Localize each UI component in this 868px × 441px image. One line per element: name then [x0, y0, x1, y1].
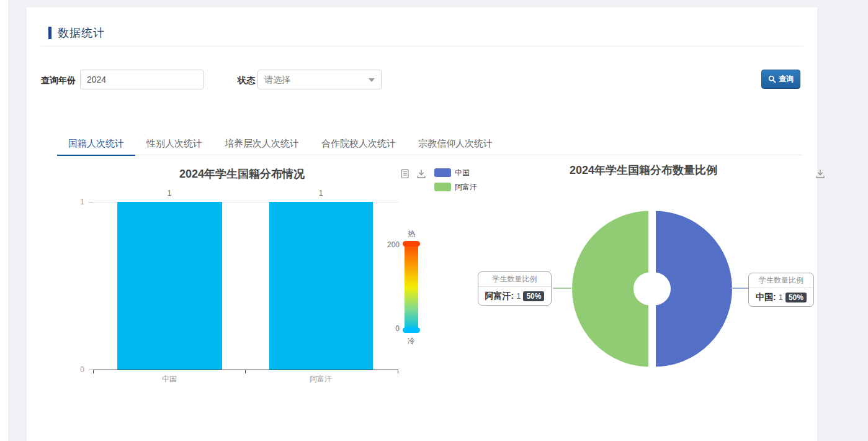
pie-slice-china[interactable] [655, 209, 734, 368]
slice-value: 1 [516, 291, 521, 301]
bar-chart-title: 2024年学生国籍分布情况 [56, 166, 428, 181]
bar-china[interactable] [117, 202, 222, 370]
pie-label-box-afghanistan: 学生数量比例 阿富汗: 1 50% [478, 271, 552, 306]
download-icon[interactable] [416, 168, 427, 180]
y-axis-tick-label: 1 [65, 198, 84, 206]
tab-gender-stats[interactable]: 性别人次统计 [135, 133, 213, 155]
chevron-down-icon [369, 78, 375, 82]
visualmap-cold-handle[interactable] [403, 327, 420, 333]
status-select[interactable]: 请选择 [257, 70, 382, 89]
bar-value-label: 1 [151, 189, 188, 198]
legend-item-afghanistan[interactable]: 阿富汗 [434, 181, 490, 195]
x-axis-label-china: 中国 [145, 374, 194, 384]
label-connector-afghanistan [553, 288, 571, 289]
legend-swatch-afghanistan [434, 183, 451, 191]
visualmap-hot-handle[interactable] [403, 241, 420, 247]
search-button-label: 查询 [779, 74, 794, 84]
series-name-label: 学生数量比例 [478, 272, 551, 287]
legend-label: 阿富汗 [455, 182, 477, 193]
nationality-bar-chart: 2024年学生国籍分布情况 1 0 1 1 中国 阿富汗 热 [56, 161, 436, 391]
visualmap-hot-label: 热 [403, 229, 419, 239]
statistics-tab-bar: 国籍人次统计 性别人次统计 培养层次人次统计 合作院校人次统计 宗教信仰人次统计 [57, 133, 803, 155]
visualmap-max-label: 200 [375, 240, 400, 249]
page-title: 数据统计 [58, 25, 105, 40]
search-button[interactable]: 查询 [761, 70, 800, 89]
pie-chart-title: 2024年学生国籍分布数量比例 [467, 163, 820, 178]
visualmap-gradient-bar[interactable] [405, 244, 418, 330]
pie-label-box-china: 学生数量比例 中国: 1 50% [748, 273, 814, 307]
data-view-icon[interactable] [400, 168, 411, 180]
tab-education-level-stats[interactable]: 培养层次人次统计 [213, 133, 310, 155]
slice-name: 阿富汗: [485, 291, 514, 302]
visualmap-min-label: 0 [375, 324, 400, 333]
x-tick-mark [245, 370, 246, 373]
y-tick-mark [89, 202, 93, 202]
tab-partner-school-stats[interactable]: 合作院校人次统计 [310, 133, 407, 155]
x-tick-mark [398, 370, 398, 373]
visualmap-cold-label: 冷 [403, 336, 419, 347]
year-label: 查询年份 [41, 75, 76, 86]
download-icon[interactable] [815, 168, 826, 180]
left-edge-strip [0, 0, 8, 441]
slice-name: 中国: [756, 292, 776, 303]
bar-afghanistan[interactable] [269, 202, 373, 370]
title-accent-bar [48, 27, 51, 39]
x-tick-mark [93, 370, 94, 373]
slice-percent-badge: 50% [523, 291, 544, 301]
y-axis-tick-label: 0 [65, 365, 84, 374]
search-icon [768, 75, 776, 83]
y-tick-mark [89, 370, 93, 370]
status-select-value: 请选择 [264, 75, 290, 86]
label-connector-china [731, 288, 749, 289]
year-input[interactable] [80, 70, 204, 89]
header-divider [41, 46, 803, 47]
legend-swatch-china [434, 168, 451, 177]
status-label: 状态 [238, 75, 255, 86]
slice-percent-badge: 50% [785, 293, 807, 302]
series-name-label: 学生数量比例 [749, 273, 813, 288]
x-axis-line [93, 370, 398, 370]
bar-value-label: 1 [302, 189, 339, 198]
tab-nationality-stats[interactable]: 国籍人次统计 [57, 133, 135, 156]
slice-value: 1 [779, 293, 783, 302]
pie-slice-afghanistan[interactable] [571, 209, 650, 368]
x-axis-label-afghanistan: 阿富汗 [296, 374, 346, 384]
page: 数据统计 查询年份 状态 请选择 查询 国籍人次统计 性别人次统计 培养层次人次… [0, 0, 868, 441]
tab-religion-stats[interactable]: 宗教信仰人次统计 [407, 133, 504, 155]
nationality-donut-chart [569, 206, 735, 372]
